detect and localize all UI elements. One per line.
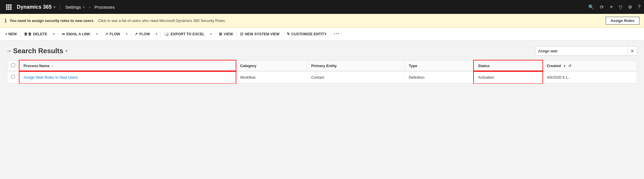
customize-entity-button[interactable]: ✎ CUSTOMIZE ENTITY [284,28,329,40]
breadcrumb-arrow: › [88,5,92,9]
nav-separator: | [59,4,62,10]
processes-nav-item[interactable]: Processes [92,5,118,10]
th-type[interactable]: Type [404,60,474,71]
td-checkbox [7,71,19,83]
svg-rect-3 [6,6,8,8]
processes-table: Process Name ↑ Category Primary Entity T… [7,60,637,83]
svg-rect-5 [10,6,12,8]
flow1-button[interactable]: ↗ FLOW [102,28,123,40]
delete-dropdown-button[interactable]: ▾ [50,28,57,40]
delete-icon: 🗑 [24,32,28,36]
search-nav-icon[interactable]: 🔍 [588,4,594,10]
th-process-name[interactable]: Process Name ↑ [19,60,236,71]
svg-rect-2 [10,4,12,6]
settings-nav-item[interactable]: Settings ∨ [62,5,88,10]
view-button[interactable]: ⊞ VIEW [216,28,236,40]
svg-rect-0 [6,4,8,6]
flow2-icon: ↗ [135,32,138,36]
th-created[interactable]: Created ▼ ↺ [543,60,637,71]
table-container: Process Name ↑ Category Primary Entity T… [7,60,637,84]
flow1-dropdown-button[interactable]: ▾ [123,28,130,40]
th-category[interactable]: Category [236,60,307,71]
svg-rect-7 [8,8,10,10]
settings-nav-icon[interactable]: ⚙ [628,4,632,10]
toolbar: + NEW 🗑 🗑 DELETE ▾ ⇔ EMAIL A LINK ▾ ↗ FL… [0,28,644,40]
notification-text: Click to see a list of users who need Mi… [98,19,226,23]
export-button[interactable]: 📊 EXPORT TO EXCEL [162,28,207,40]
history-nav-icon[interactable]: ⟳ [600,4,604,10]
grid-icon[interactable] [3,2,14,12]
th-status[interactable]: Status [474,60,543,71]
clear-icon: ✕ [630,48,634,54]
email-dropdown-button[interactable]: ▾ [93,28,101,40]
toolbar-separator-7 [236,31,237,38]
td-category: Workflow [236,71,307,83]
results-dropdown-arrow[interactable]: ▾ [66,49,67,53]
toolbar-separator-1 [20,31,21,38]
email-icon: ⇔ [62,32,65,36]
search-box-area: ✕ [535,46,637,56]
export-icon: 📊 [164,32,169,36]
export-dropdown-button[interactable]: ▾ [207,28,215,40]
help-nav-icon[interactable]: ? [638,4,641,10]
select-all-checkbox[interactable] [11,63,15,67]
ellipsis-icon: ··· [334,31,340,37]
flow1-icon: ↗ [105,32,108,36]
info-icon: ℹ [5,18,7,24]
search-clear-button[interactable]: ✕ [628,46,637,56]
toolbar-separator-4 [131,31,131,38]
new-system-view-button[interactable]: ⊡ NEW SYSTEM VIEW [237,28,282,40]
table-row: Assign Web Roles to New Users Workflow C… [7,71,637,83]
new-system-view-icon: ⊡ [240,32,243,36]
row-checkbox[interactable] [11,75,15,79]
td-type: Definition [404,71,474,83]
td-primary-entity: Contact [307,71,405,83]
pin-icon: ⊸ [7,48,11,54]
toolbar-separator-8 [283,31,283,38]
results-header: ⊸ Search Results ▾ ✕ [7,46,637,56]
content-area: ⊸ Search Results ▾ ✕ Process Name ↑ [0,40,644,84]
flow2-button[interactable]: ↗ FLOW [132,28,153,40]
filter-nav-icon[interactable]: ▽ [619,4,622,10]
td-process-name: Assign Web Roles to New Users [19,71,236,83]
created-filter-icon[interactable]: ▼ [563,64,566,68]
toolbar-separator-2 [58,31,58,38]
flow2-dropdown-button[interactable]: ▾ [153,28,160,40]
sort-arrow: ↑ [52,64,53,68]
app-title-chevron: ∨ [53,5,56,9]
view-icon: ⊞ [219,32,222,36]
more-options-button[interactable]: ··· [331,28,343,40]
nav-actions: 🔍 ⟳ + ▽ ⚙ ? [588,4,641,10]
th-primary-entity[interactable]: Primary Entity [307,60,405,71]
email-link-button[interactable]: ⇔ EMAIL A LINK [59,28,93,40]
th-checkbox [7,60,19,71]
top-navigation: Dynamics 365 ∨ | Settings ∨ › Processes … [0,0,644,14]
process-name-link[interactable]: Assign Web Roles to New Users [23,75,78,80]
svg-rect-8 [10,8,12,10]
table-header-row: Process Name ↑ Category Primary Entity T… [7,60,637,71]
results-title-area: ⊸ Search Results ▾ [7,47,67,55]
new-button[interactable]: + NEW [2,28,20,40]
delete-button[interactable]: 🗑 🗑 DELETE [21,28,50,40]
svg-rect-1 [8,4,10,6]
td-created: 4/6/2020 6:1... [543,71,637,83]
app-title[interactable]: Dynamics 365 ∨ [14,4,59,10]
svg-rect-4 [8,6,10,8]
svg-rect-6 [6,8,8,10]
search-input[interactable] [535,46,628,56]
notification-bar: ℹ You need to assign security roles to n… [0,14,644,28]
page-title: Search Results [13,47,63,55]
toolbar-separator-9 [330,31,330,38]
notification-bold-text: You need to assign security roles to new… [10,19,93,23]
customize-icon: ✎ [287,32,290,36]
toolbar-separator-5 [161,31,161,38]
toolbar-separator-6 [215,31,215,38]
td-status: Activated [474,71,543,83]
toolbar-separator-3 [101,31,101,38]
settings-chevron: ∨ [83,5,85,9]
add-nav-icon[interactable]: + [609,4,613,10]
created-refresh-icon[interactable]: ↺ [568,64,571,68]
assign-roles-button[interactable]: Assign Roles [606,17,639,25]
